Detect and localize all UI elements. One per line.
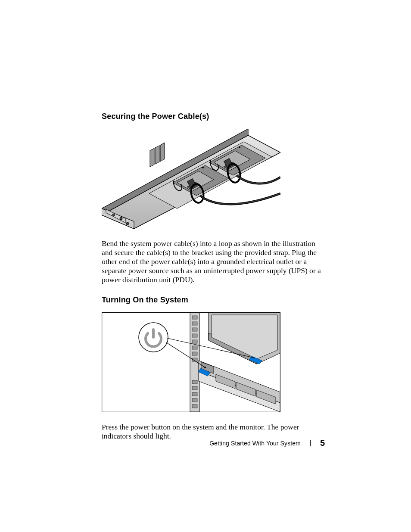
power-on-illustration	[102, 312, 280, 412]
svg-rect-38	[192, 392, 197, 396]
svg-rect-36	[192, 380, 197, 384]
heading-securing-power-cables: Securing the Power Cable(s)	[102, 112, 325, 121]
footer-section-title: Getting Started With Your System	[209, 440, 301, 447]
svg-rect-34	[192, 352, 197, 355]
svg-rect-12	[155, 146, 159, 164]
page-footer: Getting Started With Your System 5	[209, 438, 325, 448]
svg-point-9	[126, 222, 129, 225]
svg-rect-28	[192, 316, 197, 319]
figure-power-on	[102, 312, 325, 412]
footer-separator	[310, 440, 311, 446]
svg-rect-39	[192, 398, 197, 402]
svg-rect-37	[192, 386, 197, 390]
svg-rect-11	[150, 148, 154, 167]
heading-turning-on-system: Turning On the System	[102, 296, 325, 305]
svg-rect-13	[160, 143, 165, 161]
svg-rect-27	[190, 313, 199, 412]
svg-rect-31	[192, 334, 197, 337]
svg-rect-32	[192, 340, 197, 343]
svg-rect-40	[192, 404, 197, 408]
page: Securing the Power Cable(s)	[0, 0, 411, 532]
figure-power-cable	[102, 129, 325, 229]
paragraph-securing-power-cables: Bend the system power cable(s) into a lo…	[102, 239, 325, 284]
svg-point-25	[239, 146, 240, 148]
svg-rect-30	[192, 328, 197, 331]
svg-point-7	[112, 214, 115, 216]
svg-point-24	[202, 167, 204, 168]
footer-page-number: 5	[320, 438, 325, 448]
svg-rect-29	[192, 322, 197, 325]
svg-rect-33	[192, 346, 197, 349]
power-cable-illustration	[102, 129, 280, 229]
svg-point-8	[120, 217, 122, 220]
